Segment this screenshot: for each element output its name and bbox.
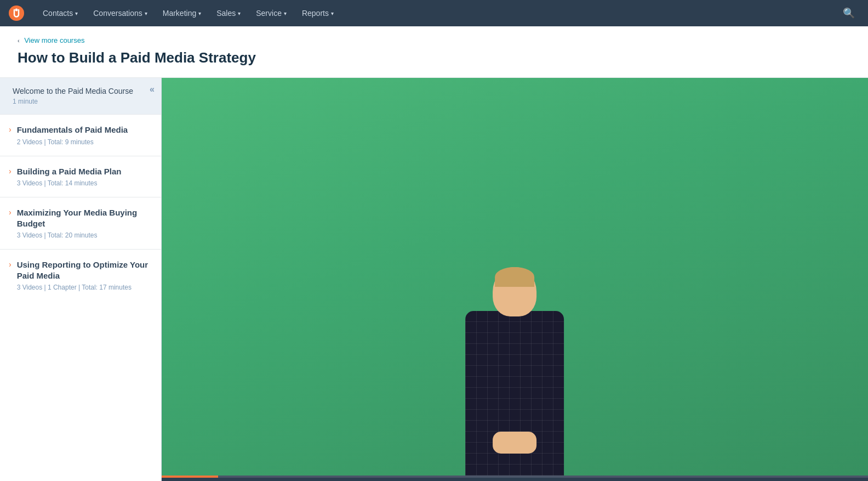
breadcrumb-link[interactable]: View more courses bbox=[24, 36, 84, 44]
sidebar-active-item[interactable]: Welcome to the Paid Media Course 1 minut… bbox=[0, 78, 161, 114]
chevron-down-icon: ▾ bbox=[331, 10, 334, 16]
chevron-right-icon: › bbox=[9, 125, 12, 134]
chevron-down-icon: ▾ bbox=[284, 10, 287, 16]
content-area: ▶ CC ⚙ HD 🔊 ⛶ Auto play bbox=[162, 78, 868, 481]
sidebar-item-content: Building a Paid Media Plan 3 Videos | To… bbox=[17, 166, 150, 188]
sidebar-item-title: Maximizing Your Media Buying Budget bbox=[17, 207, 150, 229]
nav-contacts[interactable]: Contacts ▾ bbox=[35, 0, 85, 26]
nav-reports[interactable]: Reports ▾ bbox=[294, 0, 341, 26]
sidebar: « Welcome to the Paid Media Course 1 min… bbox=[0, 78, 162, 481]
sidebar-collapse-button[interactable]: « bbox=[150, 84, 155, 94]
sidebar-item-meta: 3 Videos | Total: 14 minutes bbox=[17, 179, 150, 187]
sidebar-item-content: Fundamentals of Paid Media 2 Videos | To… bbox=[17, 125, 150, 146]
nav-conversations[interactable]: Conversations ▾ bbox=[85, 0, 155, 26]
page-title: How to Build a Paid Media Strategy bbox=[18, 49, 850, 66]
sidebar-item-meta: 3 Videos | 1 Chapter | Total: 17 minutes bbox=[17, 284, 150, 291]
search-icon[interactable]: 🔍 bbox=[838, 7, 859, 19]
video-container: ▶ CC ⚙ HD 🔊 ⛶ bbox=[162, 78, 868, 481]
sidebar-item-meta: 2 Videos | Total: 9 minutes bbox=[17, 138, 150, 146]
sidebar-item-content: Maximizing Your Media Buying Budget 3 Vi… bbox=[17, 207, 150, 239]
sidebar-item-reporting[interactable]: › Using Reporting to Optimize Your Paid … bbox=[0, 249, 161, 301]
video-screen[interactable] bbox=[162, 78, 868, 476]
chevron-right-icon: › bbox=[9, 260, 12, 269]
video-progress-fill bbox=[162, 476, 218, 478]
video-controls: ▶ CC ⚙ HD 🔊 ⛶ bbox=[162, 478, 868, 481]
page-header: ‹ View more courses How to Build a Paid … bbox=[0, 26, 868, 78]
chevron-left-icon: ‹ bbox=[18, 37, 20, 44]
sidebar-active-meta: 1 minute bbox=[13, 98, 150, 105]
sidebar-item-building[interactable]: › Building a Paid Media Plan 3 Videos | … bbox=[0, 156, 161, 197]
sidebar-item-title: Building a Paid Media Plan bbox=[17, 166, 150, 177]
chevron-down-icon: ▾ bbox=[145, 10, 147, 16]
svg-point-1 bbox=[15, 9, 18, 12]
nav-service[interactable]: Service ▾ bbox=[248, 0, 294, 26]
main-layout: « Welcome to the Paid Media Course 1 min… bbox=[0, 78, 868, 481]
hubspot-logo[interactable] bbox=[9, 5, 24, 21]
chevron-down-icon: ▾ bbox=[238, 10, 241, 16]
nav-sales[interactable]: Sales ▾ bbox=[209, 0, 248, 26]
nav-marketing[interactable]: Marketing ▾ bbox=[155, 0, 209, 26]
sidebar-item-title: Using Reporting to Optimize Your Paid Me… bbox=[17, 259, 150, 281]
chevron-right-icon: › bbox=[9, 208, 12, 217]
video-progress-bar[interactable] bbox=[162, 476, 868, 478]
sidebar-item-meta: 3 Videos | Total: 20 minutes bbox=[17, 231, 150, 239]
sidebar-item-maximizing[interactable]: › Maximizing Your Media Buying Budget 3 … bbox=[0, 197, 161, 249]
chevron-down-icon: ▾ bbox=[198, 10, 201, 16]
svg-point-0 bbox=[9, 5, 24, 21]
sidebar-item-content: Using Reporting to Optimize Your Paid Me… bbox=[17, 259, 150, 291]
sidebar-item-fundamentals[interactable]: › Fundamentals of Paid Media 2 Videos | … bbox=[0, 114, 161, 156]
chevron-down-icon: ▾ bbox=[75, 10, 78, 16]
sidebar-active-title: Welcome to the Paid Media Course bbox=[13, 87, 150, 95]
sidebar-item-title: Fundamentals of Paid Media bbox=[17, 125, 150, 135]
nav-links: Contacts ▾ Conversations ▾ Marketing ▾ S… bbox=[35, 0, 838, 26]
top-navigation: Contacts ▾ Conversations ▾ Marketing ▾ S… bbox=[0, 0, 868, 26]
chevron-right-icon: › bbox=[9, 167, 12, 176]
